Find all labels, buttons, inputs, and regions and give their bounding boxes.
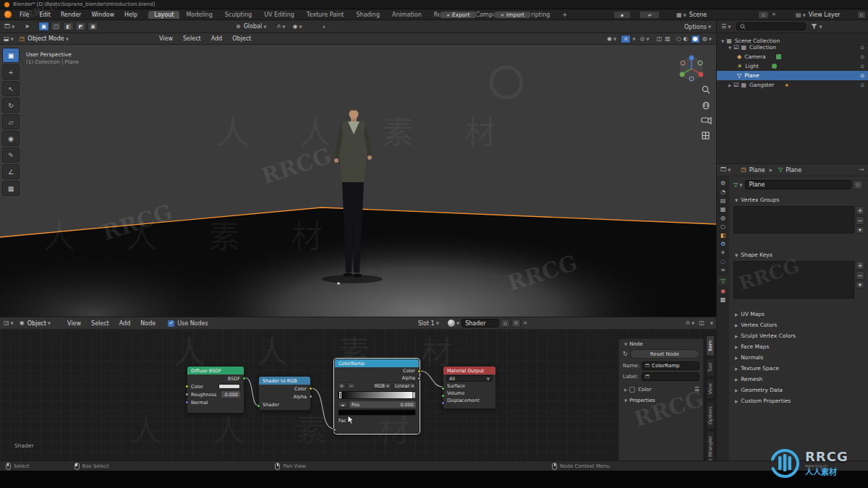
node-label-field[interactable]: 🗔 [642, 372, 699, 381]
select-mode-button-2[interactable]: ◧ [63, 22, 74, 31]
socket-color-in[interactable] [185, 385, 189, 388]
new-view-layer-button[interactable]: 🗋 [857, 11, 866, 19]
topbar-extra-button-2[interactable]: ⇌ [639, 11, 660, 19]
eye-icon[interactable]: ⊙ [860, 82, 864, 88]
node-material-output[interactable]: Material Output All▼ Surface Volume Disp… [443, 366, 496, 409]
breadcrumb-object[interactable]: Plane [749, 167, 765, 174]
vgroup-specials-button[interactable]: ▼ [856, 226, 864, 234]
scale-tool[interactable]: ▱ [2, 114, 20, 129]
shading-rendered-icon[interactable]: ◍ [702, 36, 707, 42]
tab-physics-icon[interactable]: ◌ [720, 259, 726, 265]
editor-type-icon[interactable]: 🗔 [4, 24, 10, 30]
unlink-scene-button[interactable]: ✕ [772, 12, 776, 17]
panel-sculpt-vertex-colors[interactable]: ▶Sculpt Vertex Colors [729, 330, 868, 341]
ramp-add-stop-button[interactable]: + [338, 382, 346, 389]
outliner-display-mode-icon[interactable]: ☰ [721, 24, 726, 30]
material-name-field[interactable]: Shader [461, 319, 499, 328]
node-snap-icon[interactable]: ∩ [686, 320, 690, 326]
tab-shading[interactable]: Shading [350, 11, 386, 19]
node-header[interactable]: Material Output [443, 367, 495, 374]
node-diffuse-bsdf[interactable]: Diffuse BSDF BSDF Color Roughness0.000 N… [187, 366, 244, 414]
tab-animation[interactable]: Animation [386, 11, 427, 19]
tab-object-icon[interactable]: ◧ [720, 233, 726, 239]
outliner-row-collection[interactable]: ▼☑ ▦ Collection ⊙ [717, 43, 868, 52]
viewport-editor-icon[interactable]: ⬓ [4, 36, 9, 42]
properties-editor-icon[interactable]: 🗔 [720, 167, 726, 173]
vertex-groups-list[interactable] [733, 206, 854, 234]
ramp-stop-black[interactable] [339, 392, 341, 398]
tab-texture-paint[interactable]: Texture Paint [301, 11, 350, 19]
viewport-canvas[interactable] [0, 45, 716, 317]
sidebar-tab-options[interactable]: Options [706, 401, 715, 429]
panel-face-maps[interactable]: ▶Face Maps [729, 341, 868, 352]
menu-edit[interactable]: Edit [34, 12, 56, 18]
tab-scene-icon[interactable]: ◍ [720, 215, 726, 221]
roughness-slider[interactable]: 0.000 [221, 391, 240, 398]
breadcrumb-data[interactable]: Plane [786, 167, 801, 174]
viewport-menu-view[interactable]: View [154, 35, 178, 42]
export-button[interactable]: ⮝Export [439, 11, 477, 19]
blender-logo-icon[interactable] [4, 11, 12, 18]
pin-icon[interactable]: ⊸ [859, 167, 864, 173]
outliner-row-light[interactable]: ☀ Light ⊙ [717, 61, 868, 71]
tab-modifiers-icon[interactable]: ⚙ [720, 241, 726, 247]
tab-world-icon[interactable]: ○ [720, 224, 726, 230]
socket-surface-in[interactable] [441, 387, 445, 390]
outliner-row-plane[interactable]: ▽ Plane ⊙ [717, 71, 868, 80]
shading-material-preview-icon[interactable]: ● [691, 35, 700, 43]
eye-icon[interactable]: ⊙ [860, 64, 864, 69]
tab-object-data-icon[interactable]: ▽ [718, 276, 727, 286]
reset-node-button[interactable]: Reset Node [630, 349, 699, 359]
select-mode-button-4[interactable]: ▣ [88, 22, 98, 31]
view-layer-selector[interactable]: ▤▼ View Layer [796, 10, 841, 20]
tab-viewlayer-icon[interactable]: ▦ [720, 207, 726, 213]
shapekey-specials-button[interactable]: ▼ [856, 281, 864, 288]
sidebar-tab-view[interactable]: View [706, 378, 715, 399]
cursor-tool[interactable]: + [2, 64, 20, 80]
panel-uv-maps[interactable]: ▶UV Maps [729, 309, 868, 320]
color-swatch[interactable] [218, 384, 240, 389]
outliner-row-camera[interactable]: ◆ Camera ⊙ [717, 52, 868, 61]
ramp-stop-index-stepper[interactable]: ◂▸ [338, 401, 348, 408]
scene-selector[interactable]: ▦▼ Scene [676, 10, 707, 20]
ramp-remove-stop-button[interactable]: − [347, 382, 355, 389]
viewport-menu-select[interactable]: Select [178, 35, 206, 42]
move-tool[interactable]: ↖ [2, 81, 20, 96]
unlink-material-button[interactable]: ✕ [523, 320, 527, 326]
orientation-dropdown[interactable]: Global [244, 23, 263, 30]
import-button[interactable]: ⮟Import [493, 11, 532, 19]
new-material-button[interactable]: 🗋 [501, 319, 510, 328]
menu-window[interactable]: Window [86, 12, 119, 18]
shader-menu-view[interactable]: View [62, 320, 86, 327]
tab-layout[interactable]: Layout [148, 11, 179, 19]
gangster-checkbox[interactable]: ☑ [733, 82, 739, 88]
color-ramp-gradient[interactable] [338, 391, 416, 399]
select-mode-button-1[interactable]: ▢ [51, 22, 61, 31]
outliner-search-input[interactable] [736, 22, 806, 30]
node-header[interactable]: Shader to RGB [259, 377, 310, 385]
tab-sculpting[interactable]: Sculpting [219, 11, 258, 19]
transform-tool[interactable]: ◉ [2, 131, 20, 146]
tab-tool-icon[interactable]: ⚙ [720, 181, 726, 187]
eye-icon[interactable]: ⊙ [860, 73, 864, 79]
tab-modeling[interactable]: Modeling [180, 11, 218, 19]
overlays-icon[interactable]: ◫ [657, 36, 663, 42]
tab-output-icon[interactable]: ▤ [720, 198, 726, 204]
ramp-position-slider[interactable]: Pos0.000 [349, 401, 416, 408]
socket-color-out[interactable] [417, 369, 421, 373]
node-overlay-icon[interactable]: ◫ [699, 320, 705, 326]
shape-keys-list[interactable] [733, 261, 854, 299]
viewport-menu-object[interactable]: Object [227, 35, 256, 42]
data-name-field[interactable]: Plane [745, 180, 851, 189]
viewport-menu-add[interactable]: Add [206, 35, 228, 42]
ramp-stop-white[interactable] [412, 392, 414, 398]
shapekey-remove-button[interactable]: − [856, 271, 864, 280]
collapse-icon[interactable]: ∧ [323, 25, 326, 29]
socket-volume-in[interactable] [441, 394, 445, 398]
presets-icon[interactable]: ☰ [694, 387, 699, 393]
select-mode-button-3[interactable]: ◩ [75, 22, 86, 31]
measure-tool[interactable]: ∠ [2, 164, 20, 179]
vgroup-add-button[interactable]: + [856, 206, 864, 215]
fake-user-button[interactable]: 🛡 [853, 180, 863, 189]
proportional-edit-icon[interactable]: ◉ [293, 24, 298, 30]
